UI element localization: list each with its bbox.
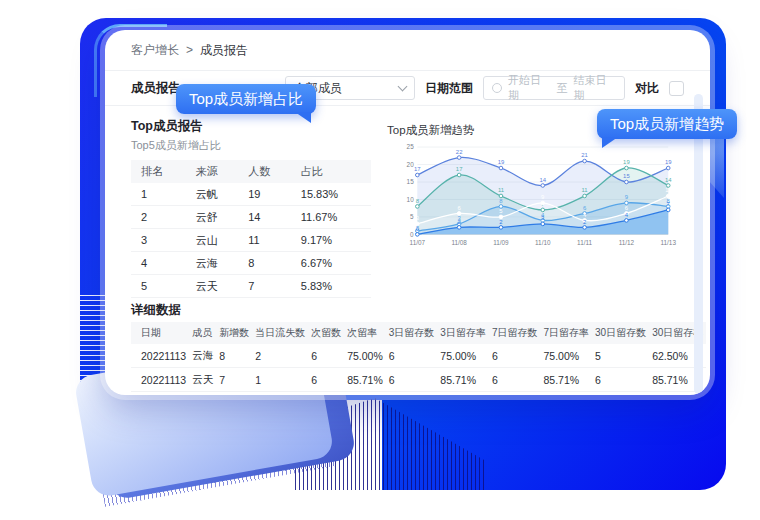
detail-section-title: 详细数据 bbox=[131, 302, 684, 319]
table-cell: 8 bbox=[216, 344, 252, 368]
table-row[interactable]: 2云舒1411.67% bbox=[131, 206, 371, 229]
table-cell: 3 bbox=[131, 229, 190, 252]
table-cell: 2 bbox=[252, 344, 308, 368]
column-header: 次留数 bbox=[308, 322, 344, 344]
table-cell: 15.83% bbox=[295, 183, 371, 206]
top5-section-subtitle: Top5成员新增占比 bbox=[131, 138, 371, 153]
column-header: 日期 bbox=[131, 322, 189, 344]
data-point bbox=[457, 226, 461, 230]
table-row[interactable]: 3云山119.17% bbox=[131, 229, 371, 252]
trend-chart-section: Top成员新增趋势 051015202511/0711/0811/0911/10… bbox=[387, 114, 684, 298]
top5-section: Top成员报告 Top5成员新增占比 排名来源人数占比1云帆1915.83%2云… bbox=[131, 114, 371, 298]
breadcrumb-current: 成员报告 bbox=[200, 42, 248, 59]
date-end-placeholder: 结束日期 bbox=[574, 73, 617, 103]
column-header: 3日留存数 bbox=[386, 322, 438, 344]
table-cell: 20221113 bbox=[131, 368, 189, 392]
table-row[interactable]: 4云海86.67% bbox=[131, 252, 371, 275]
data-point-label: 14 bbox=[539, 177, 546, 183]
column-header: 占比 bbox=[295, 160, 371, 183]
table-row[interactable]: 20221113云海82675.00%675.00%675.00%562.50% bbox=[131, 344, 706, 368]
compare-label: 对比 bbox=[635, 80, 659, 97]
table-cell: 6 bbox=[308, 344, 344, 368]
table-cell: 14 bbox=[242, 206, 295, 229]
x-axis-tick: 11/08 bbox=[451, 239, 467, 246]
data-point bbox=[583, 226, 587, 230]
top5-table: 排名来源人数占比1云帆1915.83%2云舒1411.67%3云山119.17%… bbox=[131, 160, 371, 298]
table-cell: 75.00% bbox=[344, 344, 386, 368]
callout-trend: Top成员新增趋势 bbox=[597, 109, 737, 139]
table-cell: 2 bbox=[131, 206, 190, 229]
data-point bbox=[416, 173, 420, 177]
trend-line-chart[interactable]: 051015202511/0711/0811/0911/1011/1111/12… bbox=[387, 138, 684, 258]
table-cell: 85.71% bbox=[344, 368, 386, 392]
table-cell: 7 bbox=[242, 275, 295, 298]
table-header-row: 排名来源人数占比 bbox=[131, 160, 371, 183]
data-point-label: 15 bbox=[623, 173, 630, 179]
data-point bbox=[625, 219, 629, 223]
table-cell: 4 bbox=[131, 252, 190, 275]
data-point bbox=[666, 194, 670, 198]
table-cell: 8 bbox=[242, 252, 295, 275]
date-range-input[interactable]: 开始日期 至 结束日期 bbox=[483, 76, 625, 100]
data-point bbox=[457, 212, 461, 216]
table-cell: 11 bbox=[242, 229, 295, 252]
data-point-label: 17 bbox=[414, 166, 421, 172]
y-axis-tick: 15 bbox=[407, 178, 415, 185]
x-axis-tick: 11/10 bbox=[535, 239, 551, 246]
table-row[interactable]: 1云帆1915.83% bbox=[131, 183, 371, 206]
column-header: 当日流失数 bbox=[252, 322, 308, 344]
table-cell: 85.71% bbox=[540, 368, 592, 392]
table-cell: 1 bbox=[131, 183, 190, 206]
data-point-label: 2 bbox=[499, 219, 502, 225]
y-axis-tick: 5 bbox=[410, 213, 414, 220]
y-axis-tick: 0 bbox=[410, 231, 414, 238]
table-cell: 9 bbox=[489, 392, 541, 396]
table-cell: 云舒 bbox=[190, 206, 243, 229]
table-cell: 81.81% bbox=[437, 392, 489, 396]
breadcrumb: 客户增长 > 成员报告 bbox=[105, 30, 710, 71]
table-cell: 75.00% bbox=[437, 344, 489, 368]
chevron-down-icon bbox=[398, 82, 408, 92]
panel-scrollbar[interactable] bbox=[694, 94, 703, 394]
data-point-label: 11 bbox=[665, 187, 671, 193]
column-header: 3日留存率 bbox=[437, 322, 489, 344]
column-header: 人数 bbox=[242, 160, 295, 183]
data-point bbox=[625, 166, 629, 170]
column-header: 30日留存数 bbox=[592, 322, 649, 344]
x-axis-tick: 11/12 bbox=[619, 239, 635, 246]
table-cell: 1 bbox=[252, 368, 308, 392]
table-row[interactable]: 5云天75.83% bbox=[131, 275, 371, 298]
x-axis-tick: 11/07 bbox=[410, 239, 426, 246]
table-cell: 85.71% bbox=[437, 368, 489, 392]
date-to-label: 至 bbox=[557, 81, 568, 96]
data-point bbox=[416, 233, 420, 237]
table-cell: 11 bbox=[216, 392, 252, 396]
data-point-label: 7 bbox=[667, 201, 670, 207]
column-header: 排名 bbox=[131, 160, 190, 183]
data-point bbox=[499, 166, 503, 170]
table-row[interactable]: 20221113云山113981.81%981.81%981.81%872.72… bbox=[131, 392, 706, 396]
data-point bbox=[499, 226, 503, 230]
table-cell: 云海 bbox=[190, 252, 243, 275]
table-row[interactable]: 20221113云天71685.71%685.71%685.71%685.71% bbox=[131, 368, 706, 392]
table-cell: 6.67% bbox=[295, 252, 371, 275]
data-point-label: 9 bbox=[541, 194, 544, 200]
table-cell: 云山 bbox=[189, 392, 216, 396]
data-point bbox=[541, 184, 545, 188]
date-range-label: 日期范围 bbox=[425, 80, 473, 97]
table-cell: 6 bbox=[386, 368, 438, 392]
compare-checkbox[interactable] bbox=[669, 81, 684, 96]
callout-top5: Top成员新增占比 bbox=[176, 84, 316, 114]
data-point-label: 9 bbox=[625, 194, 628, 200]
table-cell: 9 bbox=[308, 392, 344, 396]
x-axis-tick: 11/13 bbox=[661, 239, 677, 246]
data-point-label: 19 bbox=[665, 159, 672, 165]
x-axis-tick: 11/11 bbox=[577, 239, 592, 246]
detail-section: 详细数据 日期成员新增数当日流失数次留数次留率3日留存数3日留存率7日留存数7日… bbox=[131, 302, 684, 395]
column-header: 新增数 bbox=[216, 322, 252, 344]
column-header: 7日留存数 bbox=[489, 322, 541, 344]
breadcrumb-parent[interactable]: 客户增长 bbox=[131, 42, 179, 59]
date-start-placeholder: 开始日期 bbox=[508, 73, 551, 103]
data-point bbox=[666, 208, 670, 212]
data-point-label: 21 bbox=[581, 152, 588, 158]
